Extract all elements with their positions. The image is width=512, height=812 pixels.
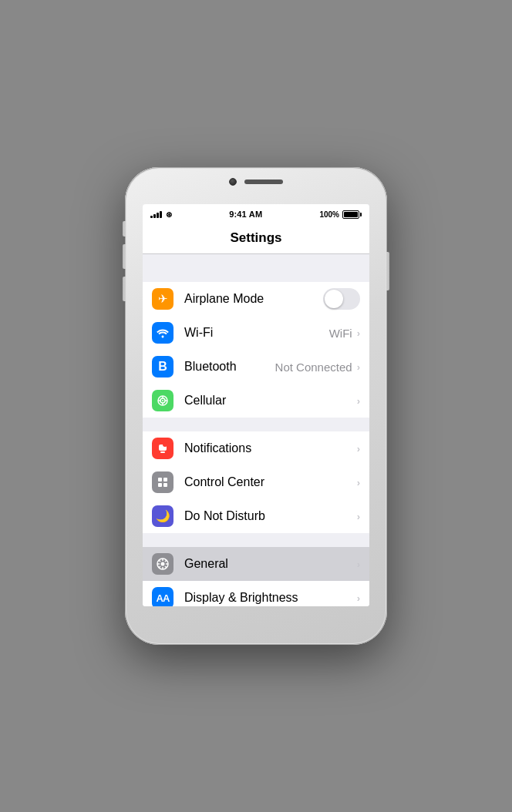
airplane-mode-toggle[interactable] xyxy=(323,288,360,310)
navigation-header: Settings xyxy=(143,224,369,254)
display-brightness-label: Display & Brightness xyxy=(184,591,355,605)
cellular-icon xyxy=(152,390,173,411)
display-brightness-icon: AA xyxy=(152,587,173,606)
wifi-value: WiFi xyxy=(329,327,352,340)
svg-line-24 xyxy=(159,566,160,568)
svg-point-2 xyxy=(162,400,163,401)
settings-item-do-not-disturb[interactable]: 🌙 Do Not Disturb › xyxy=(143,499,369,533)
display-brightness-right: › xyxy=(355,592,360,604)
svg-line-22 xyxy=(165,566,167,568)
silent-switch[interactable] xyxy=(123,221,126,237)
cellular-right: › xyxy=(355,395,360,407)
bar3 xyxy=(157,213,159,218)
settings-item-wifi[interactable]: Wi-Fi WiFi › xyxy=(143,316,369,350)
phone-top-area xyxy=(229,178,283,186)
settings-item-bluetooth[interactable]: B Bluetooth Not Connected › xyxy=(143,350,369,384)
svg-point-10 xyxy=(163,443,167,446)
settings-item-cellular[interactable]: Cellular › xyxy=(143,384,369,418)
section-separator-2 xyxy=(143,418,369,431)
section-connectivity: ✈ Airplane Mode Wi-Fi xyxy=(143,282,369,418)
phone-frame: ⊛ 9:41 AM 100% Settings ✈ Ai xyxy=(125,167,387,645)
general-chevron: › xyxy=(357,559,360,570)
cellular-chevron: › xyxy=(357,395,360,407)
section-system: Notifications › Control Center › xyxy=(143,431,369,533)
svg-rect-14 xyxy=(163,483,167,487)
notifications-chevron: › xyxy=(357,443,360,455)
battery-indicator xyxy=(342,210,362,219)
airplane-mode-icon: ✈ xyxy=(152,288,173,310)
camera xyxy=(229,178,237,186)
battery-percent: 100% xyxy=(319,210,339,219)
bluetooth-value: Not Connected xyxy=(275,361,352,374)
wifi-chevron: › xyxy=(357,327,360,339)
airplane-mode-toggle-container xyxy=(323,288,360,310)
status-bar: ⊛ 9:41 AM 100% xyxy=(143,204,369,224)
svg-rect-11 xyxy=(158,478,162,481)
bluetooth-chevron: › xyxy=(357,361,360,373)
volume-up-button[interactable] xyxy=(123,244,126,269)
settings-item-control-center[interactable]: Control Center › xyxy=(143,465,369,499)
wifi-right: WiFi › xyxy=(329,327,360,340)
speaker xyxy=(244,180,283,184)
notifications-right: › xyxy=(355,443,360,455)
bluetooth-right: Not Connected › xyxy=(275,361,360,374)
notifications-icon xyxy=(152,438,173,459)
do-not-disturb-icon: 🌙 xyxy=(152,505,173,527)
general-label: General xyxy=(184,557,355,571)
svg-rect-13 xyxy=(158,483,162,487)
section-separator-1 xyxy=(143,254,369,282)
do-not-disturb-right: › xyxy=(355,511,360,522)
status-left: ⊛ xyxy=(150,210,172,219)
signal-bars xyxy=(150,210,162,218)
control-center-label: Control Center xyxy=(184,475,355,489)
svg-line-21 xyxy=(159,560,160,562)
svg-point-16 xyxy=(161,562,165,566)
status-time: 9:41 AM xyxy=(229,210,262,219)
bluetooth-icon: B xyxy=(152,356,173,377)
settings-item-airplane-mode[interactable]: ✈ Airplane Mode xyxy=(143,282,369,316)
page-title: Settings xyxy=(143,230,369,246)
display-brightness-chevron: › xyxy=(357,592,360,604)
toggle-knob xyxy=(325,290,343,308)
svg-rect-8 xyxy=(160,451,165,453)
bar2 xyxy=(153,214,156,218)
wifi-icon xyxy=(152,322,173,344)
svg-line-23 xyxy=(165,560,167,562)
control-center-icon xyxy=(152,471,173,493)
general-right: › xyxy=(355,559,360,570)
volume-down-button[interactable] xyxy=(123,277,126,301)
do-not-disturb-label: Do Not Disturb xyxy=(184,509,355,523)
control-center-right: › xyxy=(355,477,360,488)
power-button[interactable] xyxy=(386,252,389,290)
wifi-label: Wi-Fi xyxy=(184,326,329,340)
section-separator-3 xyxy=(143,533,369,547)
section-device: General › AA Display & Brightness › xyxy=(143,547,369,606)
svg-rect-12 xyxy=(163,478,167,481)
settings-item-notifications[interactable]: Notifications › xyxy=(143,431,369,465)
wifi-status-icon: ⊛ xyxy=(166,210,172,219)
do-not-disturb-chevron: › xyxy=(357,511,360,522)
cellular-label: Cellular xyxy=(184,394,355,408)
general-icon xyxy=(152,553,173,575)
settings-item-general[interactable]: General › xyxy=(143,547,369,581)
bar1 xyxy=(150,216,153,218)
phone-screen: ⊛ 9:41 AM 100% Settings ✈ Ai xyxy=(143,204,369,606)
airplane-mode-label: Airplane Mode xyxy=(184,292,323,306)
status-right: 100% xyxy=(319,210,362,219)
notifications-label: Notifications xyxy=(184,441,355,455)
bar4 xyxy=(160,211,162,218)
settings-item-display-brightness[interactable]: AA Display & Brightness › xyxy=(143,581,369,606)
control-center-chevron: › xyxy=(357,477,360,488)
bluetooth-label: Bluetooth xyxy=(184,360,275,374)
